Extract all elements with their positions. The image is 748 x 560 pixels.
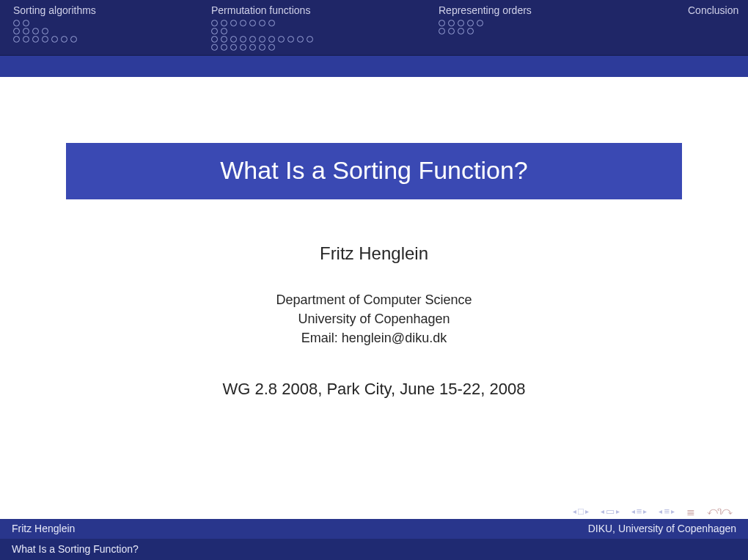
nav-section-conclusion[interactable]: Conclusion	[688, 4, 738, 16]
progress-dot-icon[interactable]	[13, 36, 20, 43]
progress-dot-icon[interactable]	[287, 36, 294, 43]
footer-title: What Is a Sorting Function?	[12, 543, 139, 555]
triangle-right-icon: ▸	[671, 507, 675, 515]
progress-dot-icon[interactable]	[230, 44, 237, 51]
triangle-left-icon: ◂	[631, 507, 635, 515]
progress-dot-icon[interactable]	[249, 44, 256, 51]
progress-dot-icon[interactable]	[278, 36, 285, 43]
progress-dot-icon[interactable]	[268, 20, 275, 26]
progress-dot-icon[interactable]	[211, 36, 218, 43]
footer-institute: DIKU, University of Copenhagen	[588, 523, 736, 534]
nav-section-permutation-functions[interactable]: Permutation functions	[211, 4, 310, 16]
progress-dot-icon[interactable]	[268, 44, 275, 51]
nav-appendix-icon[interactable]: ≣	[686, 506, 695, 517]
affiliation-univ: University of Copenhagen	[59, 309, 689, 328]
progress-dot-icon[interactable]	[23, 36, 29, 43]
progress-dot-icon[interactable]	[230, 20, 237, 26]
section-progress-dots	[0, 20, 748, 51]
triangle-left-icon: ◂	[573, 507, 576, 515]
progress-dot-icon[interactable]	[259, 20, 265, 26]
progress-dot-icon[interactable]	[32, 28, 39, 34]
progress-dot-row	[439, 28, 676, 34]
slide-footer: Fritz Henglein DIKU, University of Copen…	[0, 519, 748, 560]
subsection-icon: ≡	[637, 506, 642, 517]
nav-slide-controls[interactable]: ◂□▸	[573, 506, 589, 517]
progress-dot-icon[interactable]	[259, 36, 265, 43]
footer-author: Fritz Henglein	[12, 523, 75, 534]
progress-dot-row	[211, 44, 427, 51]
progress-dot-icon[interactable]	[439, 20, 445, 26]
progress-dot-icon[interactable]	[240, 44, 246, 51]
nav-frame-controls[interactable]: ◂▭▸	[601, 506, 620, 517]
progress-dot-icon[interactable]	[42, 28, 48, 34]
nav-section-controls[interactable]: ◂≡▸	[659, 506, 675, 517]
progress-dot-icon[interactable]	[249, 36, 256, 43]
progress-dot-row	[211, 36, 427, 43]
triangle-left-icon: ◂	[659, 507, 662, 515]
frame-icon: ▭	[606, 506, 615, 517]
header-accent-bar	[0, 55, 748, 77]
progress-dot-icon[interactable]	[458, 28, 464, 34]
slide-icon: □	[578, 506, 584, 517]
progress-dot-icon[interactable]	[221, 20, 227, 26]
footer-bottom-row: What Is a Sorting Function?	[0, 539, 748, 560]
progress-dot-row	[439, 20, 676, 26]
progress-dot-icon[interactable]	[61, 36, 67, 43]
progress-dot-icon[interactable]	[13, 20, 20, 26]
progress-dot-icon[interactable]	[240, 20, 246, 26]
nav-section-sorting-algorithms[interactable]: Sorting algorithms	[13, 4, 96, 16]
triangle-right-icon: ▸	[643, 507, 647, 515]
progress-dot-row	[13, 20, 199, 26]
progress-dot-icon[interactable]	[23, 20, 29, 26]
triangle-right-icon: ▸	[585, 507, 589, 515]
progress-dot-icon[interactable]	[42, 36, 48, 43]
slide-title: What Is a Sorting Function?	[66, 143, 682, 199]
progress-dot-icon[interactable]	[477, 20, 483, 26]
triangle-right-icon: ▸	[616, 507, 620, 515]
progress-dot-row	[13, 36, 199, 43]
affiliation-dept: Department of Computer Science	[59, 290, 689, 309]
progress-dot-icon[interactable]	[211, 44, 218, 51]
dots-col-0	[0, 20, 205, 51]
section-labels-row: Sorting algorithms Permutation functions…	[0, 4, 748, 18]
progress-dot-icon[interactable]	[221, 36, 227, 43]
affiliation-block: Department of Computer Science Universit…	[59, 290, 689, 347]
progress-dot-icon[interactable]	[32, 36, 39, 43]
progress-dot-icon[interactable]	[448, 28, 455, 34]
progress-dot-icon[interactable]	[221, 44, 227, 51]
progress-dot-icon[interactable]	[467, 28, 474, 34]
progress-dot-icon[interactable]	[297, 36, 304, 43]
progress-dot-row	[211, 20, 427, 26]
progress-dot-icon[interactable]	[211, 20, 218, 26]
progress-dot-icon[interactable]	[458, 20, 464, 26]
progress-dot-icon[interactable]	[240, 36, 246, 43]
section-navigator: Sorting algorithms Permutation functions…	[0, 0, 748, 55]
progress-dot-icon[interactable]	[211, 28, 218, 34]
progress-dot-row	[13, 28, 199, 34]
venue-line: WG 2.8 2008, Park City, June 15-22, 2008	[59, 380, 689, 399]
footer-top-row: Fritz Henglein DIKU, University of Copen…	[0, 519, 748, 539]
progress-dot-icon[interactable]	[439, 28, 445, 34]
author-name: Fritz Henglein	[59, 243, 689, 264]
nav-section-representing-orders[interactable]: Representing orders	[439, 4, 532, 16]
progress-dot-icon[interactable]	[51, 36, 58, 43]
progress-dot-icon[interactable]	[230, 36, 237, 43]
progress-dot-icon[interactable]	[259, 44, 265, 51]
progress-dot-icon[interactable]	[249, 20, 256, 26]
nav-subsection-controls[interactable]: ◂≡▸	[631, 506, 648, 517]
progress-dot-icon[interactable]	[70, 36, 77, 43]
progress-dot-icon[interactable]	[23, 28, 29, 34]
nav-back-forward-icon[interactable]: ↶૧↷	[707, 505, 732, 517]
progress-dot-icon[interactable]	[467, 20, 474, 26]
progress-dot-icon[interactable]	[221, 28, 227, 34]
affiliation-email: Email: henglein@diku.dk	[59, 328, 689, 347]
progress-dot-icon[interactable]	[307, 36, 313, 43]
dots-col-3	[682, 20, 748, 51]
triangle-left-icon: ◂	[601, 507, 604, 515]
dots-col-1	[205, 20, 433, 51]
progress-dot-icon[interactable]	[13, 28, 20, 34]
progress-dot-icon[interactable]	[268, 36, 275, 43]
section-icon: ≡	[664, 506, 670, 517]
dots-col-2	[433, 20, 682, 51]
progress-dot-icon[interactable]	[448, 20, 455, 26]
